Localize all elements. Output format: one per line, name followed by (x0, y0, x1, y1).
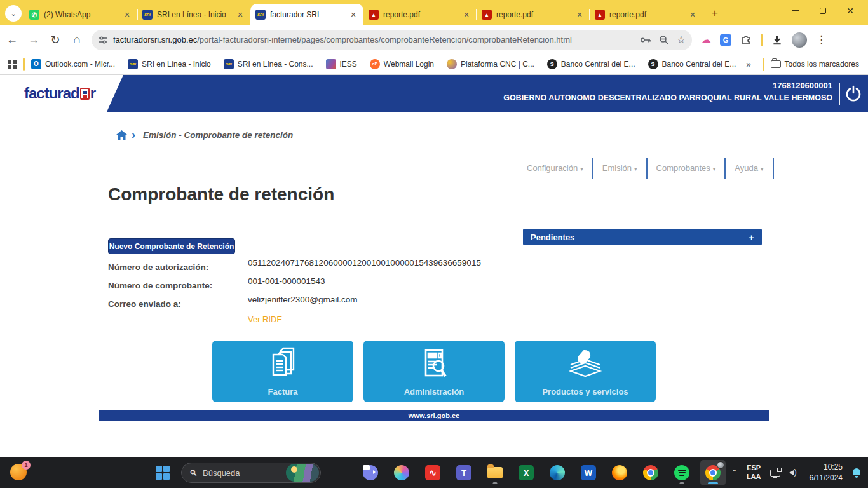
bookmark-label: Webmail Login (384, 60, 434, 69)
minimize-icon[interactable] (792, 10, 799, 11)
pendientes-panel-header[interactable]: Pendientes + (523, 229, 762, 245)
acrobat-button[interactable] (420, 460, 445, 485)
extensions-puzzle-icon[interactable] (740, 34, 752, 46)
tab-reporte-pdf-3[interactable]: ▲ reporte.pdf ✕ (590, 4, 703, 25)
tab-reporte-pdf-2[interactable]: ▲ reporte.pdf ✕ (477, 4, 590, 25)
logout-power-icon[interactable] (844, 85, 863, 104)
window-controls: ✕ (778, 0, 868, 22)
facturador-logo[interactable]: facturadr (24, 85, 95, 102)
spotify-button[interactable] (669, 460, 695, 485)
teams-button[interactable]: T (451, 460, 477, 485)
clock[interactable]: 10:25 6/11/2024 (810, 462, 843, 484)
field-label: Número de comprobante: (108, 276, 248, 290)
weather-widget-icon[interactable]: 1 (10, 464, 27, 480)
close-icon[interactable]: ✕ (846, 6, 854, 16)
tile-label: Productos y servicios (542, 387, 628, 396)
copilot-button[interactable] (389, 460, 414, 485)
apps-grid-icon[interactable] (8, 60, 17, 69)
bookmark-label: SRI en Línea - Cons... (238, 60, 313, 69)
passwords-key-icon[interactable] (640, 36, 651, 44)
bookmarks-overflow-icon[interactable]: » (746, 59, 751, 69)
nav-configuracion[interactable]: Configuración▾ (518, 158, 593, 179)
bookmark-iess[interactable]: IESS (326, 59, 357, 69)
company-name: GOBIERNO AUTONOMO DESCENTRALIZADO PARROQ… (503, 92, 832, 104)
tab-close-icon[interactable]: ✕ (122, 10, 132, 20)
tab-whatsapp[interactable]: ✆ (2) WhatsApp ✕ (24, 4, 137, 25)
volume-icon[interactable] (789, 468, 801, 477)
expand-plus-icon[interactable]: + (749, 232, 754, 243)
bookmark-cnc[interactable]: Plataforma CNC | C... (447, 59, 534, 69)
field-row: Número de comprobante: 001-001-000001543 (108, 276, 515, 290)
tray-chevron-up-icon[interactable]: ⌃ (731, 468, 738, 477)
folder-icon (771, 60, 781, 68)
translate-icon[interactable]: G (720, 34, 731, 46)
site-info-tune-icon[interactable] (98, 35, 108, 45)
nav-comprobantes[interactable]: Comprobantes▾ (648, 158, 726, 179)
profile-avatar[interactable] (792, 32, 807, 48)
tab-close-icon[interactable]: ✕ (348, 10, 358, 20)
search-highlight-image[interactable] (286, 464, 319, 482)
task-view-button[interactable] (327, 460, 352, 485)
pdf-icon: ▲ (482, 10, 492, 20)
back-icon[interactable]: ← (3, 30, 22, 50)
edge-icon (550, 465, 565, 480)
nav-ayuda[interactable]: Ayuda▾ (726, 158, 773, 179)
browser-tab-strip: ⌄ ✆ (2) WhatsApp ✕ SRI SRI en Línea - In… (0, 0, 868, 25)
tile-administracion[interactable]: Administración (363, 341, 505, 402)
bookmark-banco-central-2[interactable]: S Banco Central del E... (648, 59, 736, 69)
excel-button[interactable]: X (513, 460, 539, 485)
nav-label: Configuración (527, 163, 578, 173)
bookmark-banco-central-1[interactable]: S Banco Central del E... (547, 59, 635, 69)
ver-ride-link[interactable]: Ver RIDE (248, 315, 282, 324)
bookmark-webmail[interactable]: cP Webmail Login (370, 59, 434, 69)
home-icon[interactable]: ⌂ (67, 30, 86, 50)
zoom-icon[interactable] (659, 35, 669, 45)
weather-extension-icon[interactable]: ☁ (701, 34, 711, 46)
new-tab-button[interactable]: + (707, 5, 723, 22)
search-placeholder: Búsqueda (203, 468, 281, 478)
new-retention-voucher-button[interactable]: Nuevo Comprobante de Retención (108, 238, 235, 254)
tab-close-icon[interactable]: ✕ (461, 10, 471, 20)
bookmarks-bar: O Outlook.com - Micr... SRI SRI en Línea… (0, 54, 868, 74)
taskbar-search[interactable]: 🔍︎ Búsqueda (181, 463, 321, 483)
edge-button[interactable] (545, 460, 570, 485)
network-icon[interactable] (770, 470, 780, 477)
menu-dots-icon[interactable]: ⋮ (816, 33, 827, 46)
clock-date: 6/11/2024 (810, 473, 843, 482)
tab-facturador-sri-active[interactable]: SRI facturador SRI ✕ (250, 4, 363, 25)
word-button[interactable]: W (576, 460, 601, 485)
notification-bell-icon[interactable] (851, 468, 862, 478)
tile-productos-servicios[interactable]: Productos y servicios (515, 341, 656, 402)
download-icon[interactable] (771, 34, 783, 46)
cpanel-icon: cP (370, 59, 380, 69)
tab-sri-en-linea[interactable]: SRI SRI en Línea - Inicio ✕ (137, 4, 250, 25)
bookmark-star-icon[interactable]: ☆ (677, 34, 686, 46)
file-explorer-button[interactable] (482, 460, 508, 485)
all-bookmarks-label: Todos los marcadores (785, 60, 859, 69)
tile-factura[interactable]: Factura (212, 341, 353, 402)
start-button[interactable] (150, 460, 175, 485)
sri-icon: SRI (128, 59, 138, 69)
tab-close-icon[interactable]: ✕ (235, 10, 245, 20)
home-icon[interactable] (116, 130, 128, 140)
language-indicator[interactable]: ESP LAA (747, 464, 761, 482)
forward-icon[interactable]: → (24, 30, 43, 50)
all-bookmarks-button[interactable]: Todos los marcadores (771, 60, 859, 69)
address-bar[interactable]: facturadorsri.sri.gob.ec/portal-facturad… (92, 30, 692, 50)
bookmark-sri-consultas[interactable]: SRI SRI en Línea - Cons... (224, 59, 313, 69)
tab-reporte-pdf-1[interactable]: ▲ reporte.pdf ✕ (363, 4, 477, 25)
tab-close-icon[interactable]: ✕ (688, 10, 698, 20)
chrome-profile-button-active[interactable] (700, 460, 726, 485)
reload-icon[interactable]: ↻ (46, 30, 65, 50)
chat-button[interactable] (358, 460, 383, 485)
tab-close-icon[interactable]: ✕ (574, 10, 585, 20)
theme-divider (763, 58, 764, 71)
nav-emision[interactable]: Emisión▾ (593, 158, 648, 179)
cnc-icon (447, 59, 457, 69)
chrome-button[interactable] (638, 460, 663, 485)
maximize-icon[interactable] (820, 8, 826, 14)
tab-search-button[interactable]: ⌄ (5, 5, 22, 22)
bookmark-outlook[interactable]: O Outlook.com - Micr... (31, 59, 115, 69)
firefox-button[interactable] (607, 460, 632, 485)
bookmark-sri-inicio[interactable]: SRI SRI en Línea - Inicio (128, 59, 211, 69)
